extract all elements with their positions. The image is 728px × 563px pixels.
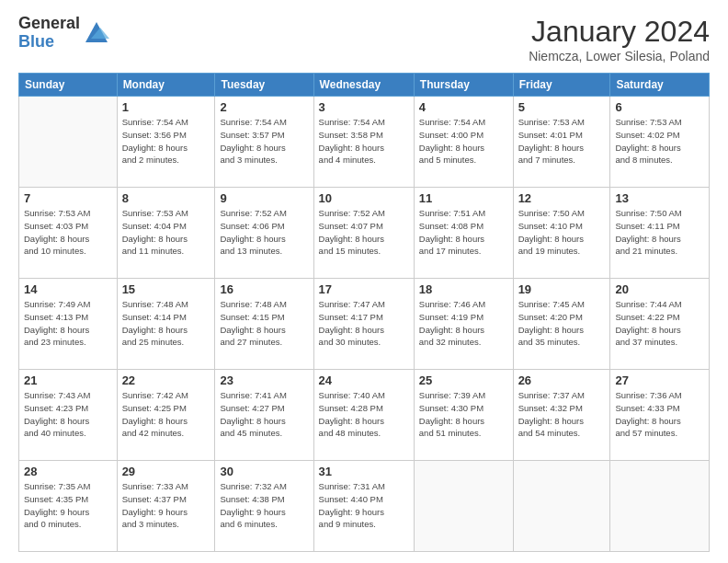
calendar-cell: 21Sunrise: 7:43 AM Sunset: 4:23 PM Dayli… [19,370,118,461]
day-number: 6 [615,100,704,114]
calendar-cell: 24Sunrise: 7:40 AM Sunset: 4:28 PM Dayli… [313,370,414,461]
day-info: Sunrise: 7:43 AM Sunset: 4:23 PM Dayligh… [24,389,112,440]
day-number: 13 [615,191,704,205]
calendar-cell: 16Sunrise: 7:48 AM Sunset: 4:15 PM Dayli… [215,279,313,370]
day-info: Sunrise: 7:54 AM Sunset: 3:57 PM Dayligh… [220,116,308,167]
calendar-cell: 7Sunrise: 7:53 AM Sunset: 4:03 PM Daylig… [19,188,118,279]
day-number: 24 [319,373,409,387]
day-number: 22 [122,373,210,387]
title-block: January 2024 Niemcza, Lower Silesia, Pol… [529,15,710,63]
calendar-cell: 5Sunrise: 7:53 AM Sunset: 4:01 PM Daylig… [513,97,610,188]
day-info: Sunrise: 7:32 AM Sunset: 4:38 PM Dayligh… [220,480,308,531]
day-info: Sunrise: 7:50 AM Sunset: 4:11 PM Dayligh… [615,207,704,258]
month-title: January 2024 [529,15,710,49]
day-number: 9 [220,191,308,205]
day-info: Sunrise: 7:53 AM Sunset: 4:01 PM Dayligh… [518,116,606,167]
location-subtitle: Niemcza, Lower Silesia, Poland [529,49,710,63]
calendar-cell: 2Sunrise: 7:54 AM Sunset: 3:57 PM Daylig… [215,97,313,188]
calendar-header: SundayMondayTuesdayWednesdayThursdayFrid… [19,74,710,97]
day-number: 17 [319,282,409,296]
day-of-week-friday: Friday [513,74,610,97]
day-info: Sunrise: 7:54 AM Sunset: 3:56 PM Dayligh… [122,116,210,167]
day-of-week-wednesday: Wednesday [313,74,414,97]
day-info: Sunrise: 7:45 AM Sunset: 4:20 PM Dayligh… [518,298,606,349]
day-info: Sunrise: 7:47 AM Sunset: 4:17 PM Dayligh… [319,298,409,349]
logo-blue: Blue [18,33,80,52]
calendar-cell: 9Sunrise: 7:52 AM Sunset: 4:06 PM Daylig… [215,188,313,279]
calendar-body: 1Sunrise: 7:54 AM Sunset: 3:56 PM Daylig… [19,97,710,552]
calendar-cell [19,97,118,188]
day-info: Sunrise: 7:44 AM Sunset: 4:22 PM Dayligh… [615,298,704,349]
calendar-cell: 30Sunrise: 7:32 AM Sunset: 4:38 PM Dayli… [215,461,313,552]
day-number: 28 [24,465,112,478]
calendar-cell: 13Sunrise: 7:50 AM Sunset: 4:11 PM Dayli… [610,188,710,279]
calendar-cell: 29Sunrise: 7:33 AM Sunset: 4:37 PM Dayli… [117,461,215,552]
calendar-cell: 3Sunrise: 7:54 AM Sunset: 3:58 PM Daylig… [313,97,414,188]
day-info: Sunrise: 7:49 AM Sunset: 4:13 PM Dayligh… [24,298,112,349]
day-info: Sunrise: 7:54 AM Sunset: 3:58 PM Dayligh… [319,116,409,167]
day-info: Sunrise: 7:36 AM Sunset: 4:33 PM Dayligh… [615,389,704,440]
week-row-5: 28Sunrise: 7:35 AM Sunset: 4:35 PM Dayli… [19,461,710,552]
day-info: Sunrise: 7:41 AM Sunset: 4:27 PM Dayligh… [220,389,308,440]
day-number: 14 [24,282,112,296]
day-of-week-monday: Monday [117,74,215,97]
week-row-2: 7Sunrise: 7:53 AM Sunset: 4:03 PM Daylig… [19,188,710,279]
day-number: 26 [518,373,606,387]
day-info: Sunrise: 7:48 AM Sunset: 4:15 PM Dayligh… [220,298,308,349]
day-info: Sunrise: 7:50 AM Sunset: 4:10 PM Dayligh… [518,207,606,258]
day-info: Sunrise: 7:39 AM Sunset: 4:30 PM Dayligh… [419,389,508,440]
day-info: Sunrise: 7:53 AM Sunset: 4:03 PM Dayligh… [24,207,112,258]
day-number: 3 [319,100,409,114]
day-number: 30 [220,465,308,478]
day-of-week-thursday: Thursday [414,74,513,97]
calendar-cell: 23Sunrise: 7:41 AM Sunset: 4:27 PM Dayli… [215,370,313,461]
day-number: 19 [518,282,606,296]
calendar-cell: 1Sunrise: 7:54 AM Sunset: 3:56 PM Daylig… [117,97,215,188]
calendar-cell: 8Sunrise: 7:53 AM Sunset: 4:04 PM Daylig… [117,188,215,279]
logo-general: General [18,15,80,33]
calendar-cell: 11Sunrise: 7:51 AM Sunset: 4:08 PM Dayli… [414,188,513,279]
day-number: 10 [319,191,409,205]
day-info: Sunrise: 7:53 AM Sunset: 4:04 PM Dayligh… [122,207,210,258]
day-number: 8 [122,191,210,205]
week-row-3: 14Sunrise: 7:49 AM Sunset: 4:13 PM Dayli… [19,279,710,370]
day-info: Sunrise: 7:31 AM Sunset: 4:40 PM Dayligh… [319,480,409,531]
calendar-cell: 4Sunrise: 7:54 AM Sunset: 4:00 PM Daylig… [414,97,513,188]
calendar-cell: 17Sunrise: 7:47 AM Sunset: 4:17 PM Dayli… [313,279,414,370]
day-number: 16 [220,282,308,296]
calendar-cell [610,461,710,552]
logo-text: General Blue [18,15,80,52]
calendar-cell: 31Sunrise: 7:31 AM Sunset: 4:40 PM Dayli… [313,461,414,552]
day-info: Sunrise: 7:48 AM Sunset: 4:14 PM Dayligh… [122,298,210,349]
calendar-cell: 15Sunrise: 7:48 AM Sunset: 4:14 PM Dayli… [117,279,215,370]
day-number: 29 [122,465,210,478]
calendar-cell: 27Sunrise: 7:36 AM Sunset: 4:33 PM Dayli… [610,370,710,461]
day-info: Sunrise: 7:53 AM Sunset: 4:02 PM Dayligh… [615,116,704,167]
day-number: 21 [24,373,112,387]
calendar-cell: 26Sunrise: 7:37 AM Sunset: 4:32 PM Dayli… [513,370,610,461]
day-number: 11 [419,191,508,205]
day-of-week-saturday: Saturday [610,74,710,97]
day-info: Sunrise: 7:46 AM Sunset: 4:19 PM Dayligh… [419,298,508,349]
day-number: 23 [220,373,308,387]
day-number: 2 [220,100,308,114]
day-number: 20 [615,282,704,296]
calendar-table: SundayMondayTuesdayWednesdayThursdayFrid… [18,73,710,552]
day-info: Sunrise: 7:40 AM Sunset: 4:28 PM Dayligh… [319,389,409,440]
day-number: 5 [518,100,606,114]
day-number: 7 [24,191,112,205]
day-number: 12 [518,191,606,205]
calendar-cell: 25Sunrise: 7:39 AM Sunset: 4:30 PM Dayli… [414,370,513,461]
days-of-week-row: SundayMondayTuesdayWednesdayThursdayFrid… [19,74,710,97]
day-number: 15 [122,282,210,296]
day-number: 25 [419,373,508,387]
day-info: Sunrise: 7:52 AM Sunset: 4:06 PM Dayligh… [220,207,308,258]
calendar-cell: 28Sunrise: 7:35 AM Sunset: 4:35 PM Dayli… [19,461,118,552]
day-number: 31 [319,465,409,478]
calendar-cell: 22Sunrise: 7:42 AM Sunset: 4:25 PM Dayli… [117,370,215,461]
calendar-cell: 10Sunrise: 7:52 AM Sunset: 4:07 PM Dayli… [313,188,414,279]
calendar-cell: 18Sunrise: 7:46 AM Sunset: 4:19 PM Dayli… [414,279,513,370]
week-row-1: 1Sunrise: 7:54 AM Sunset: 3:56 PM Daylig… [19,97,710,188]
calendar-cell: 20Sunrise: 7:44 AM Sunset: 4:22 PM Dayli… [610,279,710,370]
week-row-4: 21Sunrise: 7:43 AM Sunset: 4:23 PM Dayli… [19,370,710,461]
